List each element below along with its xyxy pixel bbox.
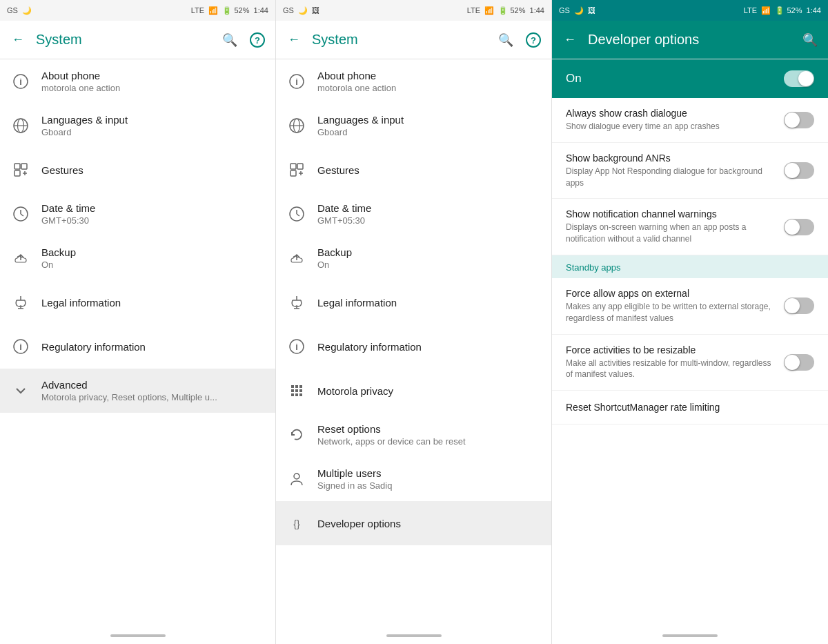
backup-title: Backup bbox=[41, 246, 264, 258]
force-external-thumb bbox=[785, 298, 800, 313]
force-external-subtitle: Makes any app eligible to be written to … bbox=[566, 301, 773, 324]
left-help-button[interactable]: ? bbox=[248, 30, 267, 50]
gestures-text: Gestures bbox=[41, 164, 264, 176]
middle-panel: GS 🌙 🖼 LTE 📶 🔋 52% 1:44 ← System 🔍 ? i A… bbox=[276, 0, 552, 644]
notification-channel-toggle[interactable] bbox=[784, 219, 814, 235]
force-resizable-title: Force activities to be resizable bbox=[566, 344, 773, 355]
background-anrs-subtitle: Display App Not Responding dialogue for … bbox=[566, 166, 773, 189]
force-resizable-text: Force activities to be resizable Make al… bbox=[566, 344, 773, 381]
dev-on-bar[interactable]: On bbox=[552, 59, 828, 98]
middle-search-button[interactable]: 🔍 bbox=[496, 30, 515, 50]
left-top-bar: ← System 🔍 ? bbox=[0, 21, 275, 59]
left-item-regulatory[interactable]: i Regulatory information bbox=[0, 324, 275, 369]
right-status-bar: GS 🌙 🖼 LTE 📶 🔋 52% 1:44 bbox=[552, 0, 828, 21]
middle-status-right: LTE 📶 🔋 52% 1:44 bbox=[467, 6, 544, 15]
dev-on-toggle[interactable] bbox=[784, 70, 814, 87]
background-anrs-toggle[interactable] bbox=[784, 162, 814, 179]
left-item-about-phone[interactable]: i About phone motorola one action bbox=[0, 59, 275, 104]
middle-item-developer-options[interactable]: {} Developer options bbox=[276, 501, 551, 545]
about-phone-text: About phone motorola one action bbox=[41, 70, 264, 93]
middle-item-legal[interactable]: Legal information bbox=[276, 280, 551, 324]
m-about-subtitle: motorola one action bbox=[317, 83, 540, 93]
left-item-advanced[interactable]: Advanced Motorola privacy, Reset options… bbox=[0, 369, 275, 413]
gestures-title: Gestures bbox=[41, 164, 264, 176]
m-about-icon: i bbox=[287, 72, 306, 91]
m-reset-title: Reset options bbox=[317, 423, 540, 435]
middle-item-multiple-users[interactable]: Multiple users Signed in as Sadiq bbox=[276, 457, 551, 501]
svg-text:?: ? bbox=[531, 35, 536, 46]
right-bottom-bar bbox=[552, 627, 828, 644]
datetime-icon bbox=[11, 204, 30, 224]
regulatory-text: Regulatory information bbox=[41, 341, 264, 353]
left-item-backup[interactable]: Backup On bbox=[0, 236, 275, 280]
force-external-toggle[interactable] bbox=[784, 297, 814, 314]
svg-text:i: i bbox=[295, 342, 298, 352]
languages-subtitle: Gboard bbox=[41, 127, 264, 137]
m-languages-subtitle: Gboard bbox=[317, 127, 540, 137]
svg-rect-50 bbox=[299, 393, 302, 396]
m-about-title: About phone bbox=[317, 70, 540, 81]
middle-item-motorola-privacy[interactable]: Motorola privacy bbox=[276, 369, 551, 413]
force-resizable-thumb bbox=[785, 355, 800, 370]
right-status-left: GS 🌙 🖼 bbox=[559, 6, 595, 15]
middle-status-bar: GS 🌙 🖼 LTE 📶 🔋 52% 1:44 bbox=[276, 0, 551, 21]
left-item-languages[interactable]: Languages & input Gboard bbox=[0, 104, 275, 148]
left-item-datetime[interactable]: Date & time GMT+05:30 bbox=[0, 192, 275, 236]
dev-option-notification-channel[interactable]: Show notification channel warnings Displ… bbox=[552, 199, 828, 255]
svg-rect-8 bbox=[21, 164, 27, 169]
svg-text:?: ? bbox=[255, 35, 260, 46]
about-phone-icon: i bbox=[11, 72, 30, 91]
dev-option-force-resizable[interactable]: Force activities to be resizable Make al… bbox=[552, 335, 828, 391]
gestures-icon bbox=[11, 160, 30, 179]
m-legal-icon bbox=[287, 293, 306, 312]
left-item-legal[interactable]: Legal information bbox=[0, 280, 275, 324]
dev-option-reset-shortcut[interactable]: Reset ShortcutManager rate limiting bbox=[552, 391, 828, 425]
force-resizable-toggle[interactable] bbox=[784, 354, 814, 371]
svg-text:i: i bbox=[19, 77, 22, 87]
right-search-button[interactable]: 🔍 bbox=[800, 30, 820, 50]
languages-title: Languages & input bbox=[41, 114, 264, 126]
background-anrs-text: Show background ANRs Display App Not Res… bbox=[566, 153, 773, 189]
m-users-title: Multiple users bbox=[317, 467, 540, 479]
middle-settings-list: i About phone motorola one action Langua… bbox=[276, 59, 551, 627]
middle-back-button[interactable]: ← bbox=[284, 30, 304, 50]
middle-item-datetime[interactable]: Date & time GMT+05:30 bbox=[276, 192, 551, 236]
dev-option-force-external[interactable]: Force allow apps on external Makes any a… bbox=[552, 278, 828, 335]
m-datetime-icon bbox=[287, 204, 306, 224]
datetime-subtitle: GMT+05:30 bbox=[41, 215, 264, 226]
svg-rect-42 bbox=[291, 385, 294, 388]
svg-rect-9 bbox=[14, 170, 20, 176]
left-status-bar: GS 🌙 LTE 📶 🔋 52% 1:44 bbox=[0, 0, 275, 21]
middle-status-icons: GS 🌙 🖼 bbox=[283, 6, 319, 15]
middle-item-backup[interactable]: Backup On bbox=[276, 236, 551, 280]
right-back-button[interactable]: ← bbox=[560, 30, 580, 50]
force-resizable-subtitle: Make all activities resizable for multi-… bbox=[566, 358, 773, 381]
dev-option-background-anrs[interactable]: Show background ANRs Display App Not Res… bbox=[552, 143, 828, 199]
middle-help-button[interactable]: ? bbox=[524, 30, 543, 50]
force-external-text: Force allow apps on external Makes any a… bbox=[566, 288, 773, 324]
m-gestures-icon bbox=[287, 160, 306, 179]
middle-item-reset[interactable]: Reset options Network, apps or device ca… bbox=[276, 413, 551, 457]
m-backup-title: Backup bbox=[317, 246, 540, 258]
m-reset-subtitle: Network, apps or device can be reset bbox=[317, 436, 540, 447]
standby-apps-header[interactable]: Standby apps bbox=[552, 255, 828, 278]
left-search-button[interactable]: 🔍 bbox=[220, 30, 239, 50]
right-status-icons: GS 🌙 🖼 bbox=[559, 6, 595, 15]
m-datetime-text: Date & time GMT+05:30 bbox=[317, 202, 540, 226]
middle-item-about-phone[interactable]: i About phone motorola one action bbox=[276, 59, 551, 104]
legal-title: Legal information bbox=[41, 297, 264, 309]
middle-item-languages[interactable]: Languages & input Gboard bbox=[276, 104, 551, 148]
reset-shortcut-label: Reset ShortcutManager rate limiting bbox=[566, 402, 720, 413]
notification-channel-title: Show notification channel warnings bbox=[566, 208, 773, 219]
crash-dialogue-toggle[interactable] bbox=[784, 112, 814, 128]
backup-icon bbox=[11, 248, 30, 268]
left-item-gestures[interactable]: Gestures bbox=[0, 148, 275, 192]
dev-option-crash-dialogue[interactable]: Always show crash dialogue Show dialogue… bbox=[552, 98, 828, 143]
background-anrs-title: Show background ANRs bbox=[566, 153, 773, 164]
middle-item-regulatory[interactable]: i Regulatory information bbox=[276, 324, 551, 369]
advanced-icon bbox=[11, 381, 30, 400]
m-developer-title: Developer options bbox=[317, 518, 540, 529]
middle-item-gestures[interactable]: Gestures bbox=[276, 148, 551, 192]
notification-channel-text: Show notification channel warnings Displ… bbox=[566, 208, 773, 245]
left-back-button[interactable]: ← bbox=[8, 30, 28, 50]
